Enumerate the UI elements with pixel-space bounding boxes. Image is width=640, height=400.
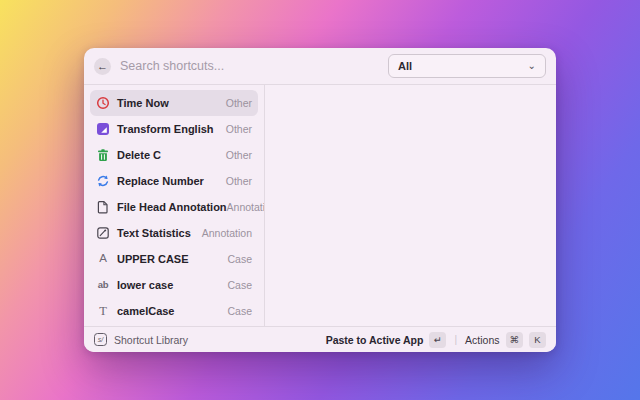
list-item-category: Other	[226, 175, 252, 187]
list-item[interactable]: Time NowOther	[90, 90, 258, 116]
list-item-category: Case	[227, 253, 252, 265]
list-item-title: UPPER CASE	[117, 253, 189, 265]
list-item-title: Time Now	[117, 97, 169, 109]
list-item-title: Delete C	[117, 149, 161, 161]
back-arrow-icon: ←	[97, 61, 108, 72]
refresh-arrows-icon	[96, 174, 110, 188]
letter-a-icon: A	[96, 252, 110, 266]
list-item-category: Other	[226, 149, 252, 161]
chart-icon	[96, 226, 110, 240]
shortcut-library-window: ← All ⌄ Time NowOtherTransform EnglishOt…	[84, 48, 556, 352]
list-item-title: lower case	[117, 279, 173, 291]
list-item-title: Text Statistics	[117, 227, 191, 239]
clock-icon	[96, 96, 110, 110]
k-key-icon[interactable]: K	[529, 332, 546, 348]
footer-actions-divider: |	[454, 334, 457, 345]
list-item[interactable]: Delete COther	[90, 142, 258, 168]
return-key-icon[interactable]: ↵	[429, 332, 446, 348]
panel-divider	[264, 85, 265, 326]
document-icon	[96, 200, 110, 214]
list-item-category: Case	[227, 279, 252, 291]
filter-dropdown-value: All	[398, 60, 412, 72]
list-item-category: Other	[226, 123, 252, 135]
list-item[interactable]: TcamelCaseCase	[90, 298, 258, 324]
footer-app-name: Shortcut Library	[114, 334, 188, 346]
list-item-category: Case	[227, 305, 252, 317]
list-item-title: camelCase	[117, 305, 175, 317]
letter-t-icon: T	[96, 304, 110, 318]
letters-ab-icon: ab	[96, 278, 110, 292]
header: ← All ⌄	[84, 48, 556, 85]
footer: s/ Shortcut Library Paste to Active App …	[84, 326, 556, 352]
list-item[interactable]: ablower caseCase	[90, 272, 258, 298]
paste-to-active-app-action[interactable]: Paste to Active App	[326, 334, 424, 346]
command-key-icon[interactable]: ⌘	[506, 332, 524, 348]
transform-icon	[96, 122, 110, 136]
footer-actions: Paste to Active App ↵ | Actions ⌘ K	[326, 332, 546, 348]
back-button[interactable]: ←	[94, 58, 111, 75]
list-item-category: Other	[226, 97, 252, 109]
main-content: Time NowOtherTransform EnglishOtherDelet…	[84, 85, 556, 326]
shortcut-library-app-icon: s/	[94, 333, 107, 346]
list-item[interactable]: Transform EnglishOther	[90, 116, 258, 142]
list-item-title: Replace Number	[117, 175, 204, 187]
list-item-category: Annotation	[202, 227, 252, 239]
list-item[interactable]: AUPPER CASECase	[90, 246, 258, 272]
actions-menu-button[interactable]: Actions	[465, 334, 499, 346]
list-item[interactable]: Replace NumberOther	[90, 168, 258, 194]
filter-dropdown[interactable]: All ⌄	[388, 54, 546, 78]
shortcut-list: Time NowOtherTransform EnglishOtherDelet…	[84, 85, 264, 326]
detail-panel	[264, 85, 556, 326]
search-input[interactable]	[120, 59, 388, 73]
trash-icon	[96, 148, 110, 162]
list-item-title: Transform English	[117, 123, 214, 135]
list-item[interactable]: File Head AnnotationAnnotation	[90, 194, 258, 220]
chevron-down-icon: ⌄	[528, 60, 536, 71]
list-item[interactable]: Text StatisticsAnnotation	[90, 220, 258, 246]
list-item-title: File Head Annotation	[117, 201, 227, 213]
